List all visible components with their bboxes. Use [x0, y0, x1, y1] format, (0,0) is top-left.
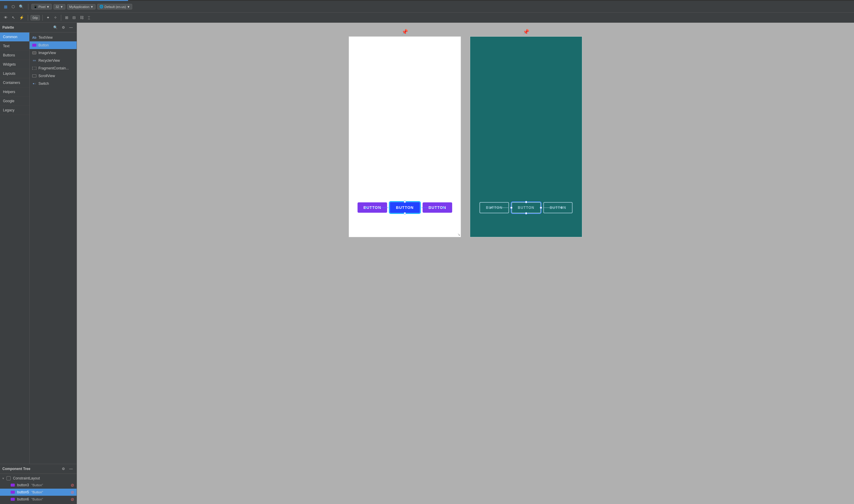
- canvas-area[interactable]: 📌 BUTTON BUTTON: [77, 23, 854, 504]
- api-chevron: ▼: [60, 5, 63, 8]
- dp-input[interactable]: 0dp: [31, 15, 40, 20]
- palette-settings-button[interactable]: ⚙: [60, 24, 67, 31]
- chain-button[interactable]: ⛓: [79, 15, 85, 21]
- dark-phone-container: 📌 BUTTON BUTTON: [470, 29, 582, 237]
- align-left-button[interactable]: ⊞: [64, 15, 70, 21]
- palette-search-button[interactable]: 🔍: [52, 24, 59, 31]
- tree-body: ▾ ConstraintLayout button3 "Button" ⊘ bu…: [0, 474, 76, 504]
- main-layout: Palette 🔍 ⚙ — Common Text Buttons Widget…: [0, 23, 854, 504]
- tree-item-button5[interactable]: button5 "Button" ⊘: [0, 489, 76, 496]
- tree-item-constraintlayout[interactable]: ▾ ConstraintLayout: [0, 475, 76, 482]
- handle-bottom[interactable]: [404, 212, 406, 215]
- dark-handle-right[interactable]: [540, 206, 542, 209]
- align-right-button[interactable]: ⊟: [71, 15, 77, 21]
- magnet-button[interactable]: ⚡: [18, 15, 25, 21]
- button6-error-icon: ⊘: [71, 497, 74, 502]
- select-toggle-button[interactable]: ⬡: [10, 3, 16, 10]
- button5-label: button5: [17, 490, 29, 494]
- palette-header-icons: 🔍 ⚙ —: [52, 24, 74, 31]
- sidebar-item-google[interactable]: Google: [0, 96, 29, 106]
- button-icon: [32, 43, 37, 48]
- device-label: Pixel: [38, 5, 46, 8]
- tree-minimize-button[interactable]: —: [68, 466, 74, 472]
- toolbar-separator-1: [28, 4, 29, 10]
- resize-handle[interactable]: ↗: [457, 233, 461, 236]
- palette-item-button[interactable]: Button: [30, 41, 76, 49]
- locale-chevron: ▼: [127, 5, 130, 8]
- light-phone-container: 📌 BUTTON BUTTON: [349, 29, 461, 237]
- device-dropdown[interactable]: 📱 Pixel ▼: [31, 4, 52, 10]
- constraint-line-left: [366, 208, 388, 208]
- tree-item-button6[interactable]: button6 "Button" ⊘: [0, 496, 76, 503]
- palette-body: Common Text Buttons Widgets Layouts Cont…: [0, 33, 76, 504]
- light-buttons-row: BUTTON BUTTON B: [358, 202, 452, 213]
- palette-item-fragmentcontainer[interactable]: FragmentContain...: [30, 65, 76, 72]
- constraintlayout-label: ConstraintLayout: [13, 476, 40, 480]
- api-dropdown[interactable]: 32 ▼: [53, 4, 65, 10]
- scrollview-label: ScrollView: [38, 74, 55, 78]
- sidebar-item-helpers[interactable]: Helpers: [0, 87, 29, 96]
- palette-item-switch[interactable]: ●○ Switch: [30, 80, 76, 87]
- locale-dropdown[interactable]: 🌐 Default (en-us) ▼: [97, 4, 132, 10]
- view-toggle-button[interactable]: ▦: [2, 3, 9, 10]
- eye-button[interactable]: 👁: [2, 15, 9, 21]
- light-phone-frame: BUTTON BUTTON B: [349, 36, 461, 237]
- textview-icon: Ab: [32, 35, 37, 40]
- canvas-button-2-selected[interactable]: BUTTON: [389, 202, 420, 213]
- tree-title: Component Tree: [2, 467, 31, 471]
- sidebar-item-containers[interactable]: Containers: [0, 78, 29, 87]
- fragmentcontainer-icon: [32, 66, 37, 71]
- api-label: 32: [56, 5, 59, 8]
- switch-icon: ●○: [32, 81, 37, 86]
- handle-top[interactable]: [404, 201, 406, 203]
- app-dropdown[interactable]: MyApplication ▼: [67, 4, 95, 10]
- dark-canvas-button-2-selected[interactable]: BUTTON: [511, 202, 541, 213]
- fragmentcontainer-label: FragmentContain...: [38, 66, 69, 70]
- dark-handle-bottom[interactable]: [525, 212, 527, 215]
- dark-handle-top[interactable]: [525, 201, 527, 203]
- palette-item-recyclerview[interactable]: ≡≡ RecyclerView: [30, 57, 76, 65]
- palette-item-imageview[interactable]: ImageView: [30, 49, 76, 57]
- palette-categories: Common Text Buttons Widgets Layouts Cont…: [0, 33, 30, 504]
- imageview-icon: [32, 51, 37, 55]
- palette-header: Palette 🔍 ⚙ —: [0, 23, 76, 33]
- tree-header-icons: ⚙ —: [60, 466, 74, 472]
- palette-item-textview[interactable]: Ab TextView: [30, 34, 76, 41]
- palette-panel: Palette 🔍 ⚙ — Common Text Buttons Widget…: [0, 23, 77, 504]
- tree-item-button3[interactable]: button3 "Button" ⊘: [0, 482, 76, 489]
- magic-button[interactable]: ✧: [52, 15, 58, 21]
- locale-icon: 🌐: [99, 5, 104, 8]
- tree-settings-button[interactable]: ⚙: [60, 466, 67, 472]
- pan-button[interactable]: 🔍: [17, 3, 25, 10]
- sidebar-item-common[interactable]: Common: [0, 33, 29, 42]
- button5-icon: [11, 491, 15, 494]
- app-chevron: ▼: [90, 5, 93, 8]
- palette-item-scrollview[interactable]: ScrollView: [30, 72, 76, 80]
- scrollview-icon: [32, 74, 37, 78]
- recyclerview-label: RecyclerView: [38, 58, 60, 62]
- sidebar-item-buttons[interactable]: Buttons: [0, 51, 29, 60]
- dark-phone-pin: 📌: [523, 29, 529, 35]
- sidebar-item-layouts[interactable]: Layouts: [0, 69, 29, 78]
- palette-minimize-button[interactable]: —: [68, 24, 74, 31]
- constraintlayout-icon: [6, 476, 11, 480]
- sidebar-item-widgets[interactable]: Widgets: [0, 60, 29, 69]
- palette-title: Palette: [2, 25, 14, 30]
- button-label: Button: [38, 43, 49, 47]
- secondary-toolbar: 👁 ↖ ⚡ 0dp ✦ ✧ ⊞ ⊟ ⛓ ⌶: [0, 13, 854, 23]
- palette-items-list: Ab TextView Button ImageView ≡≡ Recycler…: [30, 33, 76, 504]
- dark-handle-left[interactable]: [510, 206, 512, 209]
- dark-selected-button-wrapper: BUTTON: [511, 202, 541, 213]
- dark-buttons-row: BUTTON BUTTON: [480, 202, 573, 213]
- button3-error-icon: ⊘: [71, 483, 74, 487]
- dark-phone-frame: BUTTON BUTTON: [470, 36, 582, 237]
- tree-header: Component Tree ⚙ —: [0, 464, 76, 474]
- wand-button[interactable]: ✦: [45, 15, 51, 21]
- sidebar-item-legacy[interactable]: Legacy: [0, 106, 29, 115]
- button3-label: button3: [17, 483, 29, 487]
- toolbar-separator-3: [42, 15, 42, 21]
- cursor-button[interactable]: ↖: [10, 15, 17, 21]
- sidebar-item-text[interactable]: Text: [0, 42, 29, 51]
- baseline-button[interactable]: ⌶: [86, 15, 92, 21]
- switch-label: Switch: [38, 82, 49, 86]
